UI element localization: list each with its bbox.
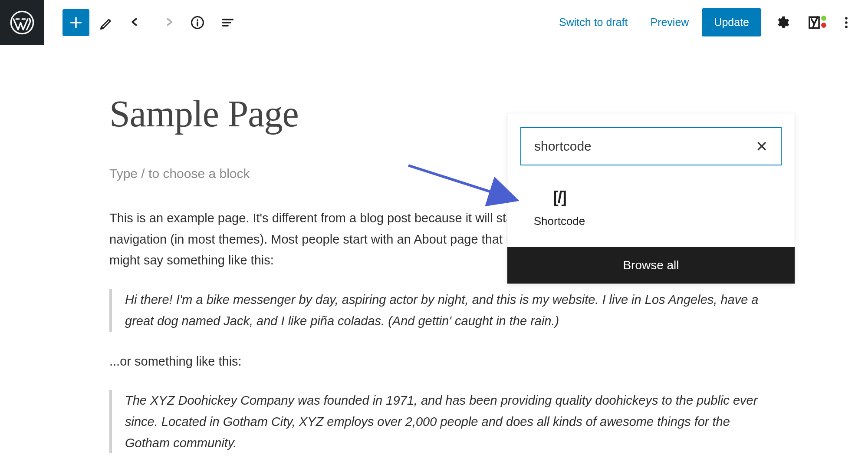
update-button[interactable]: Update <box>702 8 761 36</box>
tools-button[interactable] <box>93 9 120 36</box>
toolbar-right-group: Switch to draft Preview Update <box>549 8 868 36</box>
shortcode-icon: [/] <box>523 188 596 207</box>
preview-button[interactable]: Preview <box>641 9 698 36</box>
paragraph-block[interactable]: ...or something like this: <box>109 351 759 372</box>
block-inserter-popup: ✕ [/] Shortcode Browse all <box>507 113 795 284</box>
block-result-shortcode[interactable]: [/] Shortcode <box>520 182 598 234</box>
quote-block[interactable]: Hi there! I'm a bike messenger by day, a… <box>109 289 759 331</box>
svg-point-5 <box>845 26 848 28</box>
yoast-button[interactable] <box>803 11 825 34</box>
toolbar-left-group <box>44 9 241 36</box>
inserter-search-input[interactable] <box>534 139 756 154</box>
settings-button[interactable] <box>771 11 793 34</box>
block-placeholder[interactable]: Type / to choose a block <box>109 166 250 181</box>
svg-point-2 <box>197 19 198 21</box>
editor-toolbar: Switch to draft Preview Update <box>0 0 868 45</box>
svg-point-3 <box>845 17 848 20</box>
browse-all-button[interactable]: Browse all <box>507 247 795 284</box>
yoast-seo-indicator <box>821 23 826 28</box>
clear-search-button[interactable]: ✕ <box>756 138 768 155</box>
inserter-search-box: ✕ <box>520 127 782 165</box>
block-result-label: Shortcode <box>523 215 596 228</box>
yoast-readability-indicator <box>821 16 826 21</box>
info-button[interactable] <box>184 9 211 36</box>
inserter-results: [/] Shortcode <box>507 174 795 247</box>
inserter-search-wrap: ✕ <box>507 113 795 174</box>
quote-block[interactable]: The XYZ Doohickey Company was founded in… <box>109 390 759 453</box>
more-options-button[interactable] <box>835 11 858 34</box>
svg-point-4 <box>845 21 848 24</box>
editor-content: Sample Page Type / to choose a block Thi… <box>0 45 868 453</box>
wordpress-logo[interactable] <box>0 0 44 45</box>
redo-button <box>154 9 181 36</box>
list-view-button[interactable] <box>214 9 241 36</box>
switch-to-draft-button[interactable]: Switch to draft <box>549 9 637 36</box>
undo-button[interactable] <box>123 9 150 36</box>
add-block-button[interactable] <box>62 9 89 36</box>
